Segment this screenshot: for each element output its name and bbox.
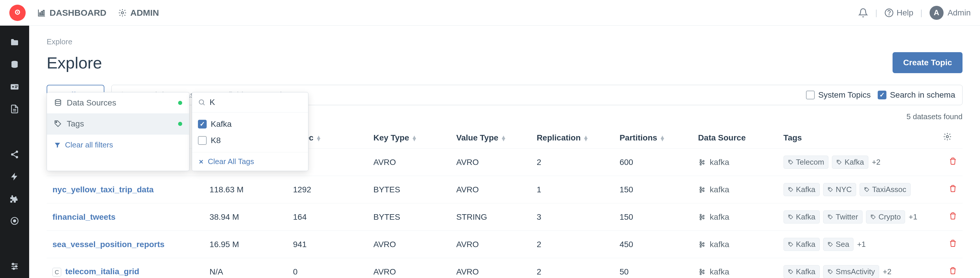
svg-point-36 (703, 187, 704, 189)
delete-button[interactable] (949, 240, 957, 249)
cell-val: AVRO (450, 149, 531, 176)
more-tags[interactable]: +2 (872, 158, 881, 167)
tag-icon (827, 214, 834, 220)
sidebar-item-sliders[interactable] (0, 258, 29, 275)
col-header-val[interactable]: Value Type▲▼ (450, 127, 531, 149)
sidebar-item-folder[interactable] (0, 34, 29, 51)
tag-icon (788, 241, 794, 248)
sidebar-item-plugin[interactable] (0, 191, 29, 207)
more-tags[interactable]: +2 (883, 267, 891, 276)
nav-dashboard[interactable]: DASHBOARD (37, 8, 107, 18)
delete-button[interactable] (949, 267, 957, 276)
logo[interactable] (10, 5, 25, 21)
svg-point-25 (946, 135, 948, 138)
gear-icon (118, 8, 127, 17)
col-header-ds: Data Source (692, 127, 778, 149)
sidebar-item-doc[interactable] (0, 101, 29, 117)
tag[interactable]: Crypto (866, 210, 905, 224)
svg-point-60 (703, 272, 704, 274)
tag[interactable]: Kafka (784, 238, 820, 251)
tag[interactable]: Kafka (784, 183, 820, 196)
svg-point-55 (829, 243, 830, 244)
cell-part: 450 (614, 231, 692, 258)
cell-val: AVRO (450, 231, 531, 258)
dataset-link[interactable]: nyc_yellow_taxi_trip_data (52, 185, 154, 194)
trash-icon (949, 212, 957, 220)
dataset-link[interactable]: sea_vessel_position_reports (52, 240, 164, 249)
trash-icon (949, 267, 957, 275)
tag[interactable]: Kafka (784, 265, 820, 278)
col-header-label: Key Type (374, 133, 409, 142)
avatar: A (929, 6, 943, 20)
sort-icon: ▲▼ (583, 136, 589, 140)
sidebar-item-bolt[interactable] (0, 168, 29, 185)
filter-option-label: Kafka (211, 119, 232, 129)
search-schema-label: Search in schema (890, 91, 955, 100)
col-header-rep[interactable]: Replication▲▼ (531, 127, 614, 149)
puzzle-icon (10, 194, 19, 203)
close-icon (198, 159, 204, 165)
svg-point-43 (700, 219, 701, 220)
col-header-settings[interactable] (937, 127, 963, 149)
sort-icon: ▲▼ (501, 136, 507, 140)
tag[interactable]: Kafka (832, 156, 869, 169)
more-tags[interactable]: +1 (908, 213, 917, 221)
clear-all-filters-button[interactable]: Clear all filters (47, 134, 189, 155)
table-row: financial_tweets38.94 M164BYTESSTRING315… (47, 203, 963, 231)
bell-icon[interactable] (858, 8, 868, 18)
sidebar-item-card[interactable] (0, 79, 29, 95)
delete-button[interactable] (949, 185, 957, 194)
filter-category-label: Data Sources (67, 98, 116, 108)
breadcrumb[interactable]: Explore (47, 37, 963, 46)
col-header-part[interactable]: Partitions▲▼ (614, 127, 692, 149)
tag[interactable]: Sea (823, 238, 853, 251)
svg-point-14 (11, 153, 13, 156)
create-topic-button[interactable]: Create Topic (892, 52, 963, 73)
tag[interactable]: NYC (823, 183, 856, 196)
cell-rep: 2 (531, 231, 614, 258)
svg-rect-9 (11, 84, 19, 90)
tag[interactable]: SmsActivity (823, 265, 879, 278)
target-icon (10, 216, 19, 226)
filter-option-kafka[interactable]: Kafka (192, 116, 308, 132)
sliders-icon (10, 262, 19, 271)
more-tags[interactable]: +1 (857, 240, 866, 249)
tag[interactable]: TaxiAssoc (860, 183, 911, 196)
delete-button[interactable] (949, 158, 957, 167)
sidebar-item-target[interactable] (0, 213, 29, 229)
filter-option-k8[interactable]: K8 (192, 132, 308, 149)
tag-icon (836, 159, 842, 165)
tag-icon (788, 214, 794, 220)
svg-rect-12 (15, 87, 17, 88)
cell-part: 150 (614, 176, 692, 203)
svg-point-40 (865, 188, 866, 189)
bolt-icon (10, 172, 19, 181)
svg-point-51 (700, 246, 701, 247)
delete-button[interactable] (949, 213, 957, 221)
svg-point-26 (700, 159, 701, 160)
system-topics-checkbox[interactable]: System Topics (806, 91, 871, 100)
dataset-link[interactable]: telecom_italia_grid (65, 267, 139, 276)
tag[interactable]: Telecom (784, 156, 829, 169)
tag[interactable]: Twitter (823, 210, 862, 224)
dataset-link[interactable]: financial_tweets (52, 213, 115, 221)
data-source: kafka (698, 158, 772, 167)
nav-admin[interactable]: ADMIN (118, 8, 159, 18)
svg-point-17 (13, 220, 16, 222)
filter-category-data-sources[interactable]: Data Sources (47, 92, 189, 113)
user-menu[interactable]: A Admin (929, 6, 970, 20)
svg-point-41 (700, 214, 701, 215)
sidebar-item-share[interactable] (0, 146, 29, 163)
search-schema-checkbox[interactable]: Search in schema (878, 91, 955, 100)
tag[interactable]: Kafka (784, 210, 820, 224)
help-link[interactable]: Help (885, 8, 913, 17)
tag-icon (870, 214, 876, 220)
col-header-key[interactable]: Key Type▲▼ (368, 127, 450, 149)
sidebar-item-database[interactable] (0, 57, 29, 73)
filter-category-tags[interactable]: Tags (47, 113, 189, 134)
svg-point-44 (703, 215, 704, 216)
svg-point-54 (789, 243, 790, 244)
filter-tags-search-input[interactable] (210, 98, 309, 107)
clear-all-tags-button[interactable]: Clear All Tags (192, 152, 308, 171)
separator: | (920, 8, 922, 17)
